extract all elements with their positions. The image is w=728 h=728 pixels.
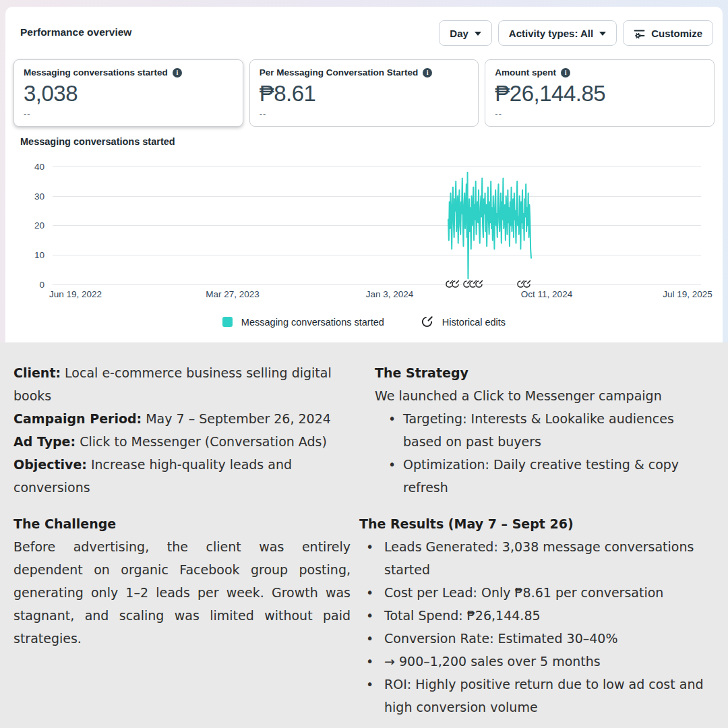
fact-client: Client: Local e-commerce business sellin… [13, 361, 351, 407]
metric-label-text: Per Messaging Conversation Started [260, 67, 419, 78]
list-item: Total Spend: ₱26,144.85 [359, 604, 715, 627]
x-axis-tick: Jun 19, 2022 [49, 289, 102, 299]
list-item: Optimization: Daily creative testing & c… [375, 453, 715, 499]
y-axis-tick: 10 [34, 250, 44, 260]
x-axis-tick: Jan 3, 2024 [366, 289, 414, 299]
y-axis-tick: 20 [34, 220, 44, 231]
metric-value: ₱8.61 [260, 81, 469, 107]
list-item: Conversion Rate: Estimated 30–40% [359, 627, 715, 650]
fact-campaign-period: Campaign Period: May 7 – September 26, 2… [13, 407, 351, 430]
legend-label-conversations: Messaging conversations started [241, 317, 384, 328]
chart-title: Messaging conversations started [20, 136, 175, 147]
card-header: Performance overview Day Activity types:… [20, 20, 713, 46]
strategy-block: The Strategy We launched a Click to Mess… [375, 361, 715, 499]
fact-text: Click to Messenger (Conversation Ads) [75, 434, 327, 449]
chart-data-line [448, 173, 531, 279]
list-item: Leads Generated: 3,038 message conversat… [359, 535, 715, 581]
x-axis-tick: Mar 27, 2023 [206, 289, 260, 299]
performance-overview-card: Performance overview Day Activity types:… [5, 7, 723, 342]
y-axis-tick: 40 [34, 162, 44, 172]
legend-color-swatch [222, 317, 233, 327]
strategy-list: Targeting: Interests & Lookalike audienc… [375, 407, 715, 499]
fact-label: Client: [13, 365, 61, 380]
historical-edit-icon[interactable] [451, 279, 460, 288]
x-axis-tick: Jul 19, 2025 [663, 289, 712, 299]
list-item: Targeting: Interests & Lookalike audienc… [375, 407, 715, 453]
case-study-right-column: The Strategy We launched a Click to Mess… [359, 361, 715, 719]
info-icon[interactable]: i [423, 68, 432, 78]
metric-sub-value: -- [260, 109, 469, 119]
metric-label: Per Messaging Conversation Started i [260, 67, 469, 78]
chevron-down-icon [475, 32, 481, 36]
fact-objective: Objective: Increase high-quality leads a… [13, 453, 351, 499]
fact-label: Ad Type: [13, 434, 75, 449]
fact-label: Objective: [13, 457, 87, 472]
day-dropdown-label: Day [450, 28, 468, 39]
historical-edit-icon[interactable] [475, 279, 483, 288]
gridline [53, 284, 701, 285]
metric-label-text: Messaging conversations started [24, 67, 168, 78]
results-heading: The Results (May 7 – Sept 26) [359, 512, 715, 535]
metric-sub-value: -- [495, 109, 704, 119]
metric-cards-row: Messaging conversations started i 3,038 … [13, 59, 715, 127]
historical-edits-legend-icon [421, 315, 433, 328]
metric-label-text: Amount spent [495, 67, 556, 78]
fact-text: Local e-commerce business selling digita… [13, 365, 332, 403]
info-icon[interactable]: i [173, 68, 182, 78]
info-icon[interactable]: i [561, 68, 570, 78]
case-study-left-column: Client: Local e-commerce business sellin… [13, 361, 351, 719]
chart-line-svg [53, 166, 701, 284]
chart-plot-area: 40 30 20 10 0 Jun 19, 2022 Mar 27, 2023 … [53, 166, 701, 284]
list-item: → 900–1,200 sales over 5 months [359, 650, 715, 673]
fact-text: May 7 – September 26, 2024 [142, 411, 331, 426]
page-title: Performance overview [20, 20, 131, 38]
case-study-section: Client: Local e-commerce business sellin… [0, 342, 728, 719]
results-list: Leads Generated: 3,038 message conversat… [359, 535, 715, 719]
customize-label: Customize [651, 28, 702, 39]
customize-icon [634, 28, 645, 39]
ads-manager-background: Performance overview Day Activity types:… [0, 0, 728, 342]
strategy-heading: The Strategy [375, 361, 715, 384]
customize-button[interactable]: Customize [623, 20, 713, 46]
header-controls: Day Activity types: All [439, 20, 713, 46]
metric-label: Amount spent i [495, 67, 704, 78]
metric-value: ₱26,144.85 [495, 81, 704, 107]
historical-edit-icon[interactable] [522, 279, 531, 288]
fact-ad-type: Ad Type: Click to Messenger (Conversatio… [13, 430, 351, 453]
list-item: Cost per Lead: Only ₱8.61 per conversati… [359, 581, 715, 604]
challenge-heading: The Challenge [13, 512, 351, 535]
metric-label: Messaging conversations started i [24, 67, 233, 78]
chart-legend: Messaging conversations started Historic… [5, 315, 723, 328]
day-dropdown[interactable]: Day [439, 20, 492, 46]
y-axis-tick: 0 [39, 280, 44, 290]
strategy-intro: We launched a Click to Messenger campaig… [375, 384, 715, 407]
metric-sub-value: -- [24, 109, 233, 119]
activity-types-dropdown[interactable]: Activity types: All [498, 20, 617, 46]
chevron-down-icon [599, 32, 606, 36]
activity-types-label: Activity types: All [509, 28, 593, 39]
metric-value: 3,038 [24, 81, 233, 107]
challenge-body: Before advertising, the client was entir… [13, 535, 351, 650]
fact-label: Campaign Period: [13, 411, 142, 426]
x-axis-tick: Oct 11, 2024 [521, 289, 572, 299]
y-axis-tick: 30 [34, 191, 44, 202]
metric-card-amount-spent[interactable]: Amount spent i ₱26,144.85 -- [485, 59, 715, 127]
list-item: ROI: Highly positive return due to low a… [359, 673, 715, 719]
metric-card-cost-per-conversation[interactable]: Per Messaging Conversation Started i ₱8.… [249, 59, 479, 127]
metric-card-messaging-conversations[interactable]: Messaging conversations started i 3,038 … [13, 59, 243, 127]
legend-label-historical-edits: Historical edits [442, 317, 506, 328]
